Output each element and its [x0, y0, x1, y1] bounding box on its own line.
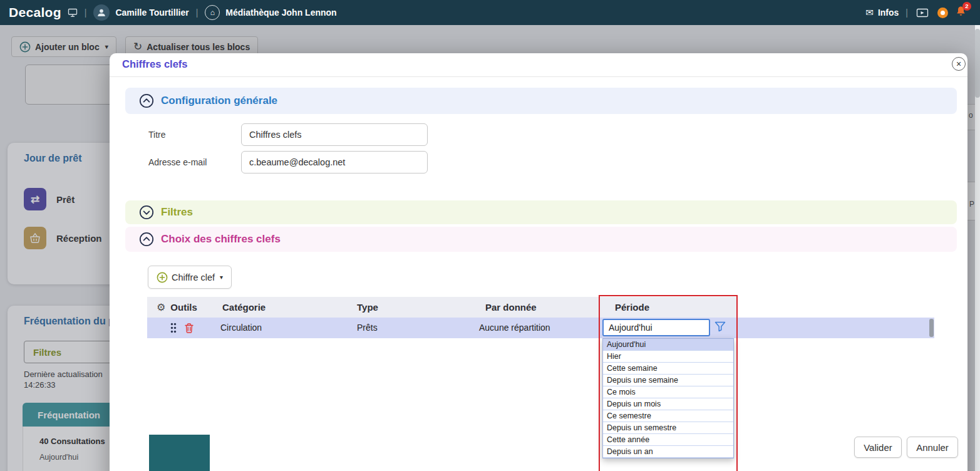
section-configuration-generale[interactable]: Configuration générale: [125, 88, 957, 114]
dropdown-option[interactable]: Depuis un an: [603, 446, 733, 458]
periode-dropdown: Aujourd'hui Hier Cette semaine Depuis un…: [602, 338, 734, 458]
section-choix-chiffres[interactable]: Choix des chiffres clefs: [125, 227, 957, 252]
divider: [110, 76, 967, 77]
email-input[interactable]: [241, 151, 428, 173]
validate-button[interactable]: Valider: [854, 437, 902, 458]
scrollbar-thumb[interactable]: [975, 29, 980, 98]
gear-icon: ⚙: [157, 297, 165, 318]
chevron-down-icon: ▾: [220, 274, 223, 281]
infos-button[interactable]: ✉ Infos: [865, 7, 899, 18]
dropdown-option[interactable]: Depuis un mois: [603, 398, 733, 410]
dropdown-option[interactable]: Cette année: [603, 434, 733, 446]
column-type: Type: [357, 297, 378, 318]
section-title-filtres: Filtres: [161, 206, 193, 219]
topbar: Decalog | Camille Tourtillier | ⌂ Médiat…: [0, 0, 980, 25]
column-par-donnee: Par donnée: [485, 297, 537, 318]
teal-widget-fragment: [149, 435, 210, 471]
filter-funnel-icon[interactable]: [714, 321, 726, 332]
section-title-choix: Choix des chiffres clefs: [161, 233, 281, 246]
dropdown-option[interactable]: Aujourd'hui: [603, 339, 733, 351]
workstation-icon[interactable]: [68, 8, 78, 18]
cell-categorie: Circulation: [220, 318, 262, 338]
titre-input[interactable]: [241, 123, 428, 146]
library-icon: ⌂: [205, 5, 220, 20]
chiffres-clefs-modal: Chiffres clefs × Configuration générale …: [110, 53, 967, 471]
dropdown-option[interactable]: Ce semestre: [603, 410, 733, 422]
close-icon: ×: [956, 59, 961, 69]
person-icon: [97, 8, 106, 17]
add-chiffre-clef-button[interactable]: Chiffre clef ▾: [148, 266, 232, 289]
dropdown-option[interactable]: Depuis une semaine: [603, 375, 733, 386]
collapse-icon[interactable]: [139, 232, 154, 247]
app-logo[interactable]: Decalog: [9, 5, 61, 20]
infos-label: Infos: [878, 8, 899, 18]
titre-label: Titre: [148, 123, 165, 146]
library-name[interactable]: Médiathèque John Lennon: [225, 8, 336, 18]
notifications-bell[interactable]: 2: [956, 6, 966, 20]
dropdown-option[interactable]: Cette semaine: [603, 363, 733, 375]
column-outils: ⚙ Outils: [157, 297, 197, 318]
table-row: Circulation Prêts Aucune répartition: [147, 318, 934, 338]
drag-handle-icon[interactable]: [170, 322, 177, 334]
screen-share-icon[interactable]: [916, 8, 929, 18]
column-periode: Période: [615, 297, 649, 318]
add-chiffre-clef-label: Chiffre clef: [172, 272, 215, 282]
screen: Decalog | Camille Tourtillier | ⌂ Médiat…: [0, 0, 980, 471]
separator: |: [196, 8, 199, 18]
cell-par-donnee: Aucune répartition: [479, 318, 550, 338]
notification-badge: 2: [962, 2, 971, 11]
delete-icon[interactable]: [184, 323, 194, 334]
cancel-button[interactable]: Annuler: [907, 437, 958, 458]
dropdown-option[interactable]: Hier: [603, 351, 733, 363]
page-scrollbar[interactable]: [975, 25, 980, 471]
column-categorie: Catégorie: [222, 297, 266, 318]
close-button[interactable]: ×: [952, 57, 966, 71]
user-name[interactable]: Camille Tourtillier: [115, 8, 188, 18]
collapse-icon[interactable]: [139, 93, 154, 108]
user-avatar[interactable]: [93, 4, 110, 21]
email-label: Adresse e-mail: [148, 151, 207, 173]
section-filtres[interactable]: Filtres: [125, 200, 957, 224]
separator: |: [85, 8, 87, 18]
cell-type: Prêts: [357, 318, 378, 338]
column-outils-label: Outils: [170, 297, 197, 318]
separator: |: [905, 8, 908, 18]
dropdown-option[interactable]: Depuis un semestre: [603, 422, 733, 434]
house-glyph: ⌂: [210, 8, 215, 17]
periode-combobox[interactable]: [602, 319, 710, 336]
plus-circle-icon: [157, 272, 168, 283]
table-scrollbar-thumb[interactable]: [929, 319, 934, 337]
mail-icon: ✉: [865, 7, 874, 18]
help-icon[interactable]: [937, 8, 948, 18]
section-title-general: Configuration générale: [161, 95, 277, 107]
modal-title: Chiffres clefs: [122, 58, 188, 70]
dropdown-option[interactable]: Ce mois: [603, 386, 733, 398]
expand-icon[interactable]: [139, 205, 154, 220]
table-header: ⚙ Outils Catégorie Type Par donnée Pério…: [147, 297, 738, 318]
